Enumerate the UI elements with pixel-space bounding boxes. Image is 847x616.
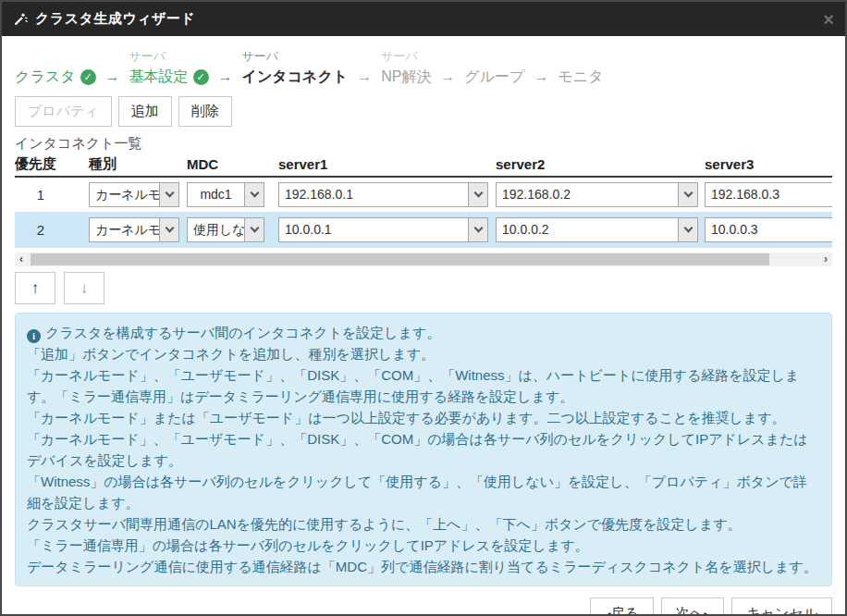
horizontal-scrollbar[interactable]: ‹ ›: [15, 253, 832, 266]
info-line: 「ミラー通信専用」の場合は各サーバ列のセルをクリックしてIPアドレスを設定します…: [27, 535, 820, 556]
step-arrow-icon: →: [209, 66, 242, 88]
server1-select[interactable]: 192.168.0.1: [278, 182, 488, 207]
chevron-down-icon[interactable]: [244, 183, 264, 206]
step-group-label: サーバ: [242, 47, 349, 66]
dialog-title: クラスタ生成ウィザード: [35, 10, 195, 28]
mdc-select[interactable]: 使用しない: [187, 217, 264, 242]
header-server3: server3: [705, 156, 832, 172]
next-arrow-icon: ▸: [704, 608, 709, 616]
info-line: 「カーネルモード」、「ユーザモード」、「DISK」、「COM」の場合は各サーバ列…: [27, 428, 820, 471]
add-button[interactable]: 追加: [118, 96, 172, 127]
server3-select[interactable]: 10.0.0.3: [705, 217, 832, 242]
cancel-button[interactable]: キャンセル: [731, 598, 832, 616]
footer: ◂戻る 次へ▸ キャンセル: [15, 586, 832, 616]
chevron-down-icon[interactable]: [678, 183, 697, 206]
type-select[interactable]: カーネルモード: [89, 217, 179, 242]
header-server2: server2: [496, 156, 698, 172]
back-button[interactable]: ◂戻る: [590, 598, 653, 616]
step-label: クラスタ: [15, 66, 76, 88]
info-line: 「カーネルモード」または「ユーザモード」は一つ以上設定する必要があります。二つ以…: [27, 407, 820, 428]
wizard-steps: クラスタ✓ → サーバ 基本設定✓ → サーバ インタコネクト → サーバ NP…: [15, 47, 832, 88]
scrollbar-thumb[interactable]: [31, 253, 769, 265]
down-arrow-icon: ↓: [80, 279, 89, 297]
step-group-label: サーバ: [381, 47, 431, 66]
step-label: モニタ: [558, 66, 603, 88]
type-select[interactable]: カーネルモード: [89, 182, 179, 207]
table-header-row: 優先度 種別 MDC server1 server2 server3: [15, 154, 832, 178]
server2-select[interactable]: 192.168.0.2: [496, 182, 698, 207]
header-server1: server1: [278, 156, 488, 172]
delete-button[interactable]: 削除: [178, 96, 232, 127]
chevron-down-icon[interactable]: [468, 218, 487, 241]
info-line: 「Witness」の場合は各サーバ列のセルをクリックして「使用する」、「使用しな…: [27, 471, 820, 513]
interconnect-table: 優先度 種別 MDC server1 server2 server3 1 カーネ…: [15, 154, 832, 248]
step-cluster[interactable]: クラスタ✓: [15, 47, 96, 88]
info-icon: i: [27, 329, 41, 343]
check-icon: ✓: [80, 69, 96, 85]
header-mdc: MDC: [187, 156, 264, 172]
titlebar: クラスタ生成ウィザード ×: [2, 2, 845, 36]
chevron-down-icon[interactable]: [678, 218, 697, 241]
info-line: iクラスタを構成するサーバ間のインタコネクトを設定します。: [27, 322, 820, 343]
header-type: 種別: [89, 155, 179, 173]
mdc-select[interactable]: mdc1: [187, 182, 264, 207]
info-line: 「カーネルモード」、「ユーザモード」、「DISK」、「COM」、「Witness…: [27, 364, 820, 407]
step-group-label: [15, 47, 96, 66]
step-group-label: [464, 47, 524, 66]
step-label: グループ: [464, 66, 524, 88]
step-group: グループ: [464, 47, 524, 88]
interconnect-list-label: インタコネクト一覧: [15, 135, 832, 154]
server3-select[interactable]: 192.168.0.3: [705, 182, 832, 207]
step-group-label: サーバ: [129, 47, 209, 66]
step-interconnect: サーバ インタコネクト: [242, 47, 349, 88]
step-monitor: モニタ: [558, 47, 603, 88]
step-group-label: [558, 47, 603, 66]
server2-select[interactable]: 10.0.0.2: [496, 217, 698, 242]
table-row-selected[interactable]: 2 カーネルモード 使用しない 10.0.0.1 10.0.0.2: [15, 213, 832, 248]
chevron-down-icon[interactable]: [159, 183, 178, 206]
step-arrow-icon: →: [348, 66, 381, 88]
info-line: 「追加」ボタンでインタコネクトを追加し、種別を選択します。: [27, 343, 820, 364]
server1-select[interactable]: 10.0.0.1: [278, 217, 488, 242]
step-label: 基本設定: [129, 66, 189, 88]
move-up-button[interactable]: ↑: [15, 272, 55, 304]
property-button[interactable]: プロパティ: [15, 96, 112, 127]
chevron-down-icon[interactable]: [468, 183, 487, 206]
priority-cell: 1: [15, 187, 67, 203]
close-icon[interactable]: ×: [823, 10, 834, 29]
wizard-wand-icon: [13, 12, 28, 27]
reorder-buttons: ↑ ↓: [15, 272, 832, 304]
scroll-right-icon[interactable]: ›: [824, 253, 828, 266]
toolbar: プロパティ 追加 削除: [15, 96, 832, 127]
next-button[interactable]: 次へ▸: [661, 598, 724, 616]
step-arrow-icon: →: [431, 66, 464, 88]
up-arrow-icon: ↑: [31, 279, 40, 297]
info-line: データミラーリング通信に使用する通信経路は「MDC」列で通信経路に割り当てるミラ…: [27, 556, 820, 577]
chevron-down-icon[interactable]: [159, 218, 178, 241]
scroll-left-icon[interactable]: ‹: [19, 253, 23, 266]
info-box: iクラスタを構成するサーバ間のインタコネクトを設定します。 「追加」ボタンでイン…: [15, 313, 832, 586]
step-arrow-icon: →: [524, 66, 558, 88]
cluster-generation-wizard-dialog: クラスタ生成ウィザード × クラスタ✓ → サーバ 基本設定✓ → サーバ イン…: [0, 0, 847, 616]
header-priority: 優先度: [15, 155, 67, 173]
step-basic-settings[interactable]: サーバ 基本設定✓: [129, 47, 209, 88]
step-label: NP解決: [381, 66, 431, 88]
table-row[interactable]: 1 カーネルモード mdc1 192.168.0.1 192.168.0.2: [15, 178, 832, 213]
priority-cell: 2: [15, 222, 67, 238]
step-np-resolution: サーバ NP解決: [381, 47, 431, 88]
dialog-content: クラスタ✓ → サーバ 基本設定✓ → サーバ インタコネクト → サーバ NP…: [2, 36, 845, 616]
step-arrow-icon: →: [96, 66, 129, 88]
check-icon: ✓: [193, 69, 209, 85]
chevron-down-icon[interactable]: [244, 218, 264, 241]
step-label: インタコネクト: [242, 66, 349, 88]
move-down-button[interactable]: ↓: [64, 272, 104, 304]
info-line: クラスタサーバ間専用通信のLANを優先的に使用するように、「上へ」、「下へ」ボタ…: [27, 513, 820, 535]
